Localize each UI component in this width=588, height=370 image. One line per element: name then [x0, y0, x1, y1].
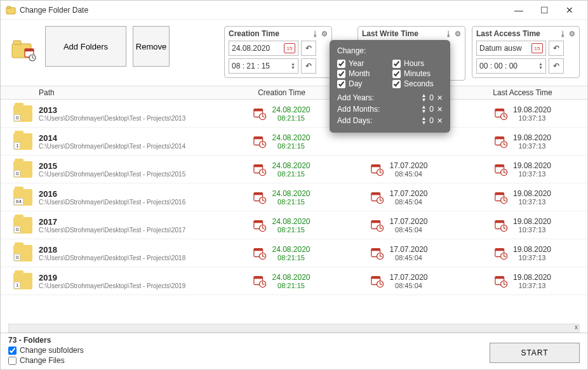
files-input[interactable]: [8, 357, 17, 365]
creation-time: 08:21:15: [277, 226, 305, 234]
clear-months-button[interactable]: ✕: [437, 105, 443, 114]
calendar-clock-icon: [494, 135, 508, 149]
add-folders-button[interactable]: Add Folders: [45, 26, 126, 67]
creation-date: 24.08.2020: [272, 245, 310, 254]
table-row[interactable]: 0 2017 C:\Users\DStrohmayer\Desktop\Test…: [1, 211, 587, 239]
table-row[interactable]: 64 2016 C:\Users\DStrohmayer\Desktop\Tes…: [1, 183, 587, 211]
download-icon[interactable]: ⭳: [312, 30, 319, 38]
svg-rect-70: [254, 220, 263, 223]
svg-rect-45: [371, 164, 380, 167]
add-years-row: Add Years: ▲▼ 0 ✕: [337, 93, 443, 102]
lastwrite-time: 08:45:04: [395, 282, 422, 289]
horizontal-scrollbar[interactable]: [8, 324, 580, 333]
lastaccess-time: 10:37:13: [519, 226, 546, 234]
creation-date: 24.08.2020: [272, 105, 310, 114]
col-lastaccess-header[interactable]: Last Access Time: [458, 88, 587, 97]
creation-date: 24.08.2020: [272, 189, 310, 198]
lastaccess-date: 19.08.2020: [513, 105, 551, 114]
maximize-button[interactable]: ☐: [531, 1, 557, 19]
last-access-time-label: Last Access Time: [476, 29, 540, 38]
seconds-checkbox[interactable]: Seconds: [392, 79, 443, 88]
undo-time-button[interactable]: ↶: [549, 58, 564, 74]
svg-rect-50: [495, 164, 504, 167]
folder-path: C:\Users\DStrohmayer\Desktop\Test - Proj…: [39, 143, 185, 150]
minutes-checkbox[interactable]: Minutes: [392, 69, 443, 78]
table-row[interactable]: 1 2019 C:\Users\DStrohmayer\Desktop\Test…: [1, 267, 587, 295]
day-checkbox[interactable]: Day: [337, 79, 387, 88]
col-path-header[interactable]: Path: [1, 88, 223, 97]
folder-name: 2018: [39, 245, 185, 254]
remove-button[interactable]: Remove: [133, 26, 170, 67]
last-access-time-field[interactable]: 00 : 00 : 00 ▲▼: [476, 58, 546, 74]
last-access-time-group: Last Access Time ⭳ ⚙ Datum ausw 15 ↶ 00 …: [472, 26, 580, 78]
time-spinner[interactable]: ▲▼: [291, 62, 295, 70]
svg-rect-55: [254, 192, 263, 195]
column-headers: Path Creation Time Last Write Time Last …: [1, 86, 587, 100]
days-stepper[interactable]: ▲▼: [421, 116, 426, 125]
download-icon[interactable]: ⭳: [559, 30, 566, 38]
clear-years-button[interactable]: ✕: [437, 94, 443, 102]
lastaccess-date: 19.08.2020: [513, 245, 551, 254]
minimize-button[interactable]: ―: [506, 1, 531, 19]
hours-checkbox[interactable]: Hours: [392, 59, 443, 68]
gear-icon[interactable]: ⚙: [455, 30, 461, 38]
folder-name: 2015: [39, 161, 185, 171]
svg-rect-75: [371, 220, 380, 223]
svg-rect-80: [495, 220, 504, 223]
year-checkbox[interactable]: Year: [337, 59, 387, 68]
calendar-clock-icon: [253, 218, 267, 232]
change-subfolders-checkbox[interactable]: Change subfolders: [8, 346, 490, 355]
undo-date-button[interactable]: ↶: [301, 41, 316, 56]
svg-rect-110: [495, 276, 504, 279]
creation-date-field[interactable]: 24.08.2020 15: [229, 41, 298, 56]
folder-path: C:\Users\DStrohmayer\Desktop\Test - Proj…: [39, 282, 185, 289]
lastaccess-date: 19.08.2020: [513, 189, 551, 198]
popover-title: Change:: [337, 46, 443, 55]
folder-path: C:\Users\DStrohmayer\Desktop\Test - Proj…: [39, 199, 185, 206]
gear-icon[interactable]: ⚙: [321, 30, 328, 38]
time-spinner[interactable]: ▲▼: [538, 62, 543, 70]
calendar-icon[interactable]: 15: [531, 43, 543, 53]
undo-date-button[interactable]: ↶: [549, 41, 564, 56]
creation-time: 08:21:15: [277, 282, 305, 289]
years-stepper[interactable]: ▲▼: [421, 93, 426, 102]
calendar-clock-icon: [253, 107, 267, 121]
table-row[interactable]: 0 2018 C:\Users\DStrohmayer\Desktop\Test…: [1, 239, 587, 267]
download-icon[interactable]: ⭳: [445, 30, 452, 38]
creation-time-field[interactable]: 08 : 21 : 15 ▲▼: [229, 58, 298, 74]
folder-name: 2017: [39, 217, 185, 227]
months-stepper[interactable]: ▲▼: [421, 105, 426, 114]
table-row[interactable]: 0 2013 C:\Users\DStrohmayer\Desktop\Test…: [1, 100, 587, 128]
svg-rect-35: [495, 136, 504, 139]
last-access-date-field[interactable]: Datum ausw 15: [476, 41, 546, 56]
change-files-checkbox[interactable]: Change Files: [8, 356, 490, 365]
subfolders-input[interactable]: [8, 347, 17, 355]
col-creation-header[interactable]: Creation Time: [223, 88, 340, 97]
clear-days-button[interactable]: ✕: [437, 117, 443, 125]
calendar-icon[interactable]: 15: [284, 43, 295, 53]
table-row[interactable]: 0 2015 C:\Users\DStrohmayer\Desktop\Test…: [1, 155, 587, 183]
close-button[interactable]: ✕: [557, 1, 582, 19]
gear-icon[interactable]: ⚙: [569, 30, 575, 38]
folder-name: 2016: [39, 189, 185, 199]
lastaccess-date: 19.08.2020: [513, 217, 551, 226]
undo-time-button[interactable]: ↶: [301, 58, 316, 74]
folder-path: C:\Users\DStrohmayer\Desktop\Test - Proj…: [39, 171, 185, 178]
start-button[interactable]: START: [490, 343, 580, 363]
folder-count: 73 - Folders: [8, 336, 490, 345]
days-value: 0: [429, 116, 434, 125]
folder-list[interactable]: 0 2013 C:\Users\DStrohmayer\Desktop\Test…: [1, 100, 587, 309]
creation-time: 08:21:15: [277, 254, 305, 261]
creation-date: 24.08.2020: [272, 273, 310, 282]
calendar-clock-icon: [370, 190, 384, 204]
svg-rect-85: [254, 248, 263, 251]
folder-icon: 64: [13, 189, 32, 206]
change-popover: Change: Year Hours Month Minutes Day Sec…: [330, 40, 450, 133]
lastwrite-date: 17.07.2020: [389, 273, 427, 282]
svg-rect-3: [13, 41, 21, 44]
folder-path: C:\Users\DStrohmayer\Desktop\Test - Proj…: [39, 115, 185, 122]
last-write-time-label: Last Write Time: [362, 29, 418, 38]
month-checkbox[interactable]: Month: [337, 69, 387, 78]
calendar-clock-icon: [370, 218, 384, 232]
table-row[interactable]: 1 2014 C:\Users\DStrohmayer\Desktop\Test…: [1, 128, 587, 155]
